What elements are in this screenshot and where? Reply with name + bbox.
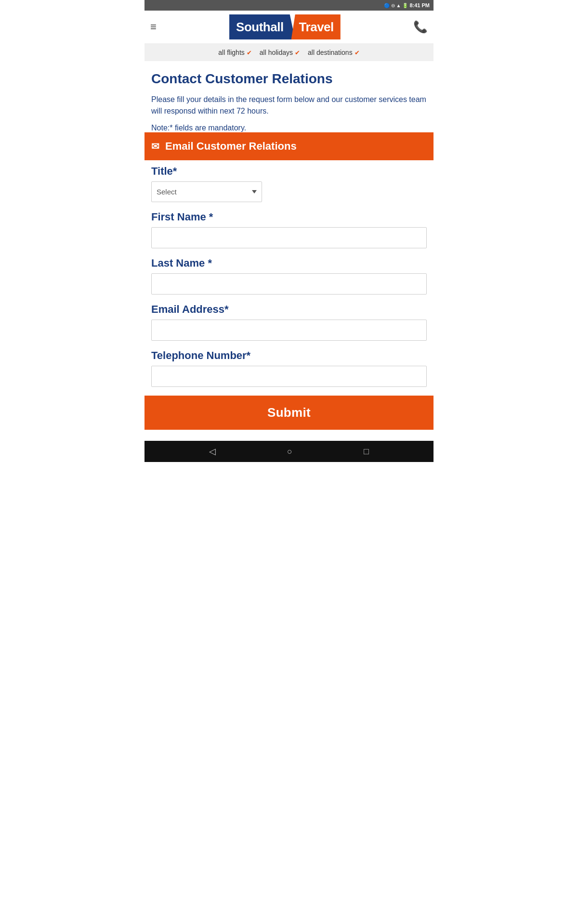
email-icon: ✉: [151, 141, 159, 152]
page-description: Please fill your details in the request …: [151, 94, 427, 117]
logo-orange: Travel: [291, 14, 341, 39]
last-name-group: Last Name *: [151, 257, 427, 295]
page-title: Contact Customer Relations: [151, 71, 427, 87]
telephone-group: Telephone Number*: [151, 349, 427, 387]
tagline-flights: all flights ✔: [218, 49, 251, 56]
title-group: Title* Select Mr Mrs Ms Miss Dr Prof: [151, 165, 427, 202]
status-bar: 🔵 ⊖ ▲ 🔋 8:41 PM: [144, 0, 434, 11]
mandatory-note: Note:* fields are mandatory.: [151, 124, 427, 132]
logo-blue: Southall: [229, 14, 295, 39]
title-label: Title*: [151, 165, 427, 178]
submit-bar[interactable]: Submit: [144, 396, 434, 430]
back-nav-icon[interactable]: ◁: [209, 446, 216, 457]
signal-icon: ⊖: [391, 3, 395, 8]
wifi-icon: ▲: [396, 3, 401, 8]
tagline-flights-check: ✔: [247, 49, 252, 56]
home-nav-icon[interactable]: ○: [287, 447, 292, 457]
last-name-input[interactable]: [151, 273, 427, 295]
tagline-bar: all flights ✔ all holidays ✔ all destina…: [144, 44, 434, 61]
contact-form: Title* Select Mr Mrs Ms Miss Dr Prof Fir…: [151, 160, 427, 430]
tagline-holidays-check: ✔: [295, 49, 300, 56]
telephone-input[interactable]: [151, 366, 427, 387]
last-name-label: Last Name *: [151, 257, 427, 270]
email-input[interactable]: [151, 320, 427, 341]
email-section-title: Email Customer Relations: [165, 140, 297, 153]
telephone-label: Telephone Number*: [151, 349, 427, 362]
battery-icon: 🔋: [402, 3, 408, 8]
hamburger-menu-icon[interactable]: ≡: [150, 22, 157, 32]
phone-icon[interactable]: 📞: [413, 20, 428, 34]
first-name-input[interactable]: [151, 227, 427, 248]
status-time: 8:41 PM: [409, 2, 430, 8]
recent-nav-icon[interactable]: □: [364, 447, 369, 457]
tagline-flights-text: all flights: [218, 49, 244, 56]
header: ≡ Southall Travel 📞: [144, 11, 434, 44]
tagline-destinations: all destinations ✔: [308, 49, 360, 56]
submit-button[interactable]: Submit: [154, 405, 424, 420]
email-group: Email Address*: [151, 303, 427, 341]
bottom-nav: ◁ ○ □: [144, 441, 434, 462]
logo-container[interactable]: Southall Travel: [229, 14, 341, 39]
tagline-destinations-check: ✔: [355, 49, 360, 56]
tagline-holidays-text: all holidays: [260, 49, 293, 56]
title-select[interactable]: Select Mr Mrs Ms Miss Dr Prof: [151, 181, 262, 202]
logo[interactable]: Southall Travel: [229, 14, 341, 39]
tagline-destinations-text: all destinations: [308, 49, 353, 56]
bluetooth-icon: 🔵: [384, 3, 390, 8]
email-section-header: ✉ Email Customer Relations: [144, 132, 434, 160]
first-name-label: First Name *: [151, 211, 427, 223]
first-name-group: First Name *: [151, 211, 427, 248]
tagline-holidays: all holidays ✔: [260, 49, 300, 56]
status-icons: 🔵 ⊖ ▲ 🔋 8:41 PM: [384, 2, 430, 8]
main-content: Contact Customer Relations Please fill y…: [144, 61, 434, 441]
email-label: Email Address*: [151, 303, 427, 316]
